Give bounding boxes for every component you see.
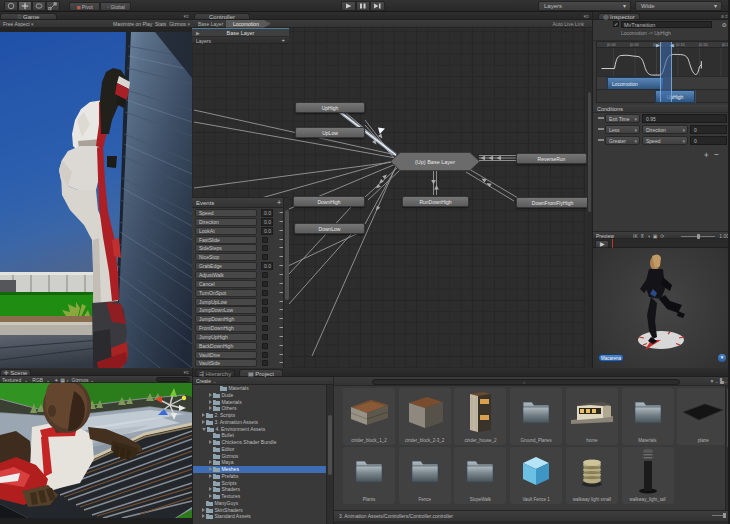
svg-text:Locomotion: Locomotion: [233, 21, 259, 27]
svg-text:(Up) Base Layer: (Up) Base Layer: [415, 159, 455, 165]
